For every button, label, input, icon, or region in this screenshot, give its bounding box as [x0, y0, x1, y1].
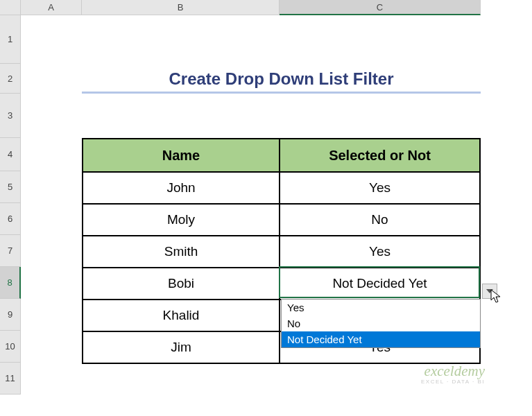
row-header-10[interactable]: 10	[0, 331, 21, 363]
select-all-corner[interactable]	[0, 0, 21, 15]
dropdown-option[interactable]: Not Decided Yet	[282, 331, 480, 347]
cell-name[interactable]: Khalid	[83, 300, 280, 331]
watermark-brand: exceldemy	[421, 363, 485, 380]
table-row: Moly No	[83, 204, 480, 236]
table-row: Bobi Not Decided Yet	[83, 268, 480, 300]
dropdown-option[interactable]: Yes	[282, 300, 480, 315]
row-header-11[interactable]: 11	[0, 363, 21, 395]
row-header-3[interactable]: 3	[0, 94, 21, 138]
page-title: Create Drop Down List Filter	[82, 64, 481, 94]
row-header-8[interactable]: 8	[0, 267, 21, 299]
column-header-b[interactable]: B	[82, 0, 280, 15]
row-header-5[interactable]: 5	[0, 171, 21, 203]
table-header-row: Name Selected or Not	[83, 139, 480, 172]
table-header-name: Name	[83, 139, 280, 172]
spreadsheet: A B C 1234567891011 Create Drop Down Lis…	[0, 0, 532, 416]
row-header-7[interactable]: 7	[0, 235, 21, 267]
watermark-tagline: EXCEL · DATA · BI	[421, 379, 485, 385]
row-header-9[interactable]: 9	[0, 299, 21, 331]
row-headers: 1234567891011	[0, 15, 21, 395]
cell-selected[interactable]: Yes	[280, 172, 480, 204]
row-header-6[interactable]: 6	[0, 203, 21, 235]
table-row: Smith Yes	[83, 236, 480, 268]
cell-selected[interactable]: No	[280, 204, 480, 236]
column-header-a[interactable]: A	[21, 0, 82, 15]
row-header-4[interactable]: 4	[0, 138, 21, 171]
cell-selected[interactable]: Not Decided Yet	[280, 268, 480, 300]
cell-name[interactable]: Bobi	[83, 268, 280, 300]
cell-name[interactable]: Jim	[83, 331, 280, 363]
cell-selected[interactable]: Yes	[280, 236, 480, 268]
table-header-selected: Selected or Not	[280, 139, 480, 172]
table-row: John Yes	[83, 172, 480, 204]
row-header-2[interactable]: 2	[0, 64, 21, 94]
column-header-c[interactable]: C	[280, 0, 481, 15]
dropdown-button[interactable]	[482, 284, 497, 299]
cell-name[interactable]: Moly	[83, 204, 280, 236]
chevron-down-icon	[486, 289, 493, 293]
column-headers: A B C	[21, 0, 481, 15]
dropdown-list[interactable]: YesNoNot Decided Yet	[281, 299, 481, 348]
watermark: exceldemy EXCEL · DATA · BI	[421, 363, 485, 385]
cell-name[interactable]: Smith	[83, 236, 280, 268]
dropdown-option[interactable]: No	[282, 315, 480, 331]
row-header-1[interactable]: 1	[0, 15, 21, 64]
cell-name[interactable]: John	[83, 172, 280, 204]
